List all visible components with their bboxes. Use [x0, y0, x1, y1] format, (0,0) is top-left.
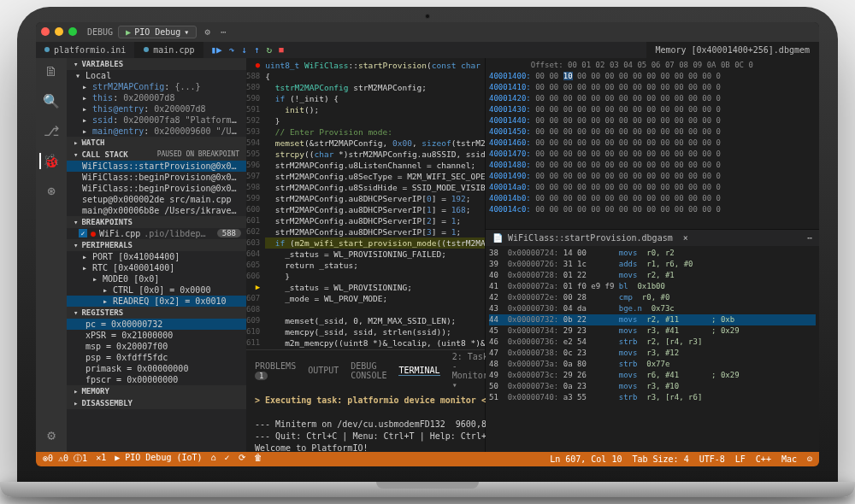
variable-row[interactable]: ▸ strM2MAPConfig: {...}	[67, 81, 246, 92]
status-item[interactable]: ⌂	[211, 453, 216, 465]
status-item[interactable]: ✕1	[96, 453, 106, 465]
breakpoints-header[interactable]: ▾ BREAKPOINTS	[67, 216, 246, 228]
debug-toolbar: DEBUG ▶ PIO Debug ▾ ⚙ ⋯	[36, 22, 819, 42]
editor-tabs: platformio.inimain.cpp ▮▶ ↷ ↓ ↑ ↻ ■ Memo…	[36, 42, 819, 58]
peripheral-row[interactable]: ▸ RTC [0x40001400]	[67, 262, 246, 273]
stop-icon[interactable]: ■	[279, 45, 283, 54]
status-bar: ⊗0 ⚠0 ⓘ1✕1▶ PIO Debug (IoT)⌂✓⟳🗑 Ln 607, …	[36, 452, 819, 466]
settings-icon[interactable]: ⚙	[47, 427, 56, 443]
gear-icon[interactable]: ⚙	[202, 26, 213, 38]
breakpoint-line-badge: 588	[217, 229, 241, 237]
variable-row[interactable]: ▸ this@entry: 0x200007d8	[67, 103, 246, 114]
terminal-dropdown[interactable]: 2: Task - Monitor ▾	[452, 352, 488, 390]
editor-area: ● 58858959059159259359459559659759859960…	[246, 58, 819, 452]
peripheral-row[interactable]: ▸ READREQ [0x2] = 0x0010	[67, 296, 246, 307]
register-row[interactable]: fpscr = 0x00000000	[67, 374, 246, 385]
status-item[interactable]: ☺	[807, 454, 812, 464]
status-item[interactable]: Tab Size: 4	[632, 454, 688, 464]
step-over-icon[interactable]: ↷	[229, 44, 235, 56]
files-icon[interactable]: 🗎	[44, 63, 58, 79]
breakpoint-row[interactable]: ✓ ● WiFi.cpp .pio/libdeps/WiF… 588	[67, 228, 246, 239]
step-out-icon[interactable]: ↑	[254, 44, 260, 56]
status-item[interactable]: UTF-8	[699, 454, 725, 464]
debug-label: DEBUG	[87, 27, 113, 37]
variable-row[interactable]: ▸ main@entry: 0x200009600 "/Users/ikrave…	[67, 126, 246, 137]
status-item[interactable]: C++	[756, 454, 771, 464]
chevron-down-icon: ▾	[184, 27, 189, 37]
status-item[interactable]: ✓	[225, 453, 230, 465]
memory-header[interactable]: ▸ MEMORY	[67, 385, 246, 397]
status-item[interactable]: ⟳	[239, 453, 245, 465]
restart-icon[interactable]: ↻	[267, 44, 273, 56]
debug-config-dropdown[interactable]: ▶ PIO Debug ▾	[118, 26, 197, 38]
step-into-icon[interactable]: ↓	[241, 44, 247, 56]
window-close-dot[interactable]	[41, 27, 50, 36]
tab-label: main.cpp	[153, 45, 194, 55]
status-item[interactable]: ▶ PIO Debug (IoT)	[115, 453, 202, 465]
window-min-dot[interactable]	[55, 27, 63, 36]
peripherals-header[interactable]: ▾ PERIPHERALS	[67, 239, 246, 251]
file-icon	[144, 47, 149, 52]
more-icon[interactable]: ⋯	[807, 233, 812, 243]
status-item[interactable]: Mac	[781, 454, 797, 464]
bottom-panel: PROBLEMS 1OUTPUTDEBUG CONSOLETERMINAL2: …	[246, 349, 485, 452]
breakpoint-dot-icon: ●	[91, 229, 96, 238]
panel-tab[interactable]: OUTPUT	[308, 366, 339, 375]
scm-icon[interactable]: ⎇	[44, 123, 59, 139]
status-item[interactable]: 🗑	[254, 453, 262, 465]
panel-tab[interactable]: DEBUG CONSOLE	[351, 361, 386, 380]
debug-icon[interactable]: 🐞	[39, 153, 60, 169]
callstack-frame[interactable]: WiFiClass::beginProvision@0x000005	[67, 183, 246, 194]
status-item[interactable]: ⊗0 ⚠0 ⓘ1	[43, 453, 87, 465]
checkbox-icon[interactable]: ✓	[79, 229, 87, 237]
register-row[interactable]: primask = 0x00000000	[67, 363, 246, 374]
peripheral-row[interactable]: ▸ CTRL [0x0] = 0x0000	[67, 284, 246, 296]
editor-tab[interactable]: main.cpp	[135, 42, 203, 58]
variable-row[interactable]: ▸ this: 0x200007d8	[67, 92, 246, 103]
peripheral-row[interactable]: ▸ MODE0 [0x0]	[67, 273, 246, 284]
terminal[interactable]: > Executing task: platformio device moni…	[246, 391, 485, 452]
breakpoint-path: .pio/libdeps/WiF…	[144, 229, 210, 238]
callstack-frame[interactable]: WiFiClass::startProvision@0x000007	[67, 161, 246, 172]
file-icon	[44, 47, 50, 52]
window-max-dot[interactable]	[68, 27, 77, 36]
local-scope[interactable]: ▾ Local	[67, 70, 246, 81]
search-icon[interactable]: 🔍	[43, 93, 60, 109]
continue-icon[interactable]: ▮▶	[210, 44, 221, 56]
debug-controls: ▮▶ ↷ ↓ ↑ ↻ ■	[210, 42, 283, 58]
debug-sidebar: ▾ VARIABLES ▾ Local ▸ strM2MAPConfig: {.…	[67, 58, 246, 452]
register-row[interactable]: xPSR = 0x21000000	[67, 330, 246, 341]
disassembly-view[interactable]: 38 0x00000724: 14 00 movs r0, r239 0x000…	[486, 246, 819, 452]
code-editor[interactable]: ● 58858959059159259359459559659759859960…	[246, 58, 485, 349]
editor-tab[interactable]: platformio.ini	[36, 42, 135, 58]
pio-icon[interactable]: ⊛	[47, 183, 56, 199]
memory-editor-tab[interactable]: Memory [0x40001400+256].dbgmem	[646, 42, 819, 58]
watch-header[interactable]: ▸ WATCH	[67, 137, 246, 149]
variables-header[interactable]: ▾ VARIABLES	[67, 58, 246, 70]
peripheral-row[interactable]: ▸ PORT [0x41004400]	[67, 251, 246, 262]
disassembly-header[interactable]: ▸ DISASSEMBLY	[67, 397, 246, 409]
status-item[interactable]: LF	[735, 454, 746, 464]
breakpoint-file: WiFi.cpp	[99, 229, 140, 238]
register-row[interactable]: pc = 0x00000732	[67, 319, 246, 330]
callstack-frame[interactable]: main@0x00006b8e /Users/ikravets…	[67, 205, 246, 216]
activity-bar: 🗎 🔍 ⎇ 🐞 ⊛ ⚙	[36, 58, 67, 452]
tab-label: platformio.ini	[54, 45, 126, 55]
callstack-frame[interactable]: WiFiClass::beginProvision@0x000006	[67, 172, 246, 183]
panel-tab[interactable]: PROBLEMS 1	[255, 361, 296, 380]
register-row[interactable]: psp = 0xfdff5fdc	[67, 352, 246, 363]
registers-header[interactable]: ▾ REGISTERS	[67, 307, 246, 319]
play-icon: ▶	[126, 27, 131, 37]
memory-hex-view[interactable]: Offset: 00 01 02 03 04 05 06 07 08 09 0A…	[486, 58, 819, 229]
memory-tab-label: Memory [0x40001400+256].dbgmem	[655, 45, 810, 55]
more-icon[interactable]: ⋯	[218, 26, 229, 38]
register-row[interactable]: msp = 0x20007f00	[67, 341, 246, 352]
callstack-frame[interactable]: setup@0x000002de src/main.cpp	[67, 194, 246, 205]
panel-tab[interactable]: TERMINAL	[398, 366, 439, 376]
debug-config-label: PIO Debug	[134, 27, 180, 37]
panel-tabs: PROBLEMS 1OUTPUTDEBUG CONSOLETERMINAL2: …	[246, 350, 485, 391]
status-item[interactable]: Ln 607, Col 10	[550, 454, 622, 464]
variable-row[interactable]: ▸ ssid: 0x200007fa8 "PlatformIO-31…	[67, 114, 246, 126]
callstack-header[interactable]: ▾ CALL STACKPAUSED ON BREAKPOINT	[67, 149, 246, 161]
disassembly-tab[interactable]: 📄 WiFiClass::startProvision.dbgasm ×	[492, 233, 688, 243]
